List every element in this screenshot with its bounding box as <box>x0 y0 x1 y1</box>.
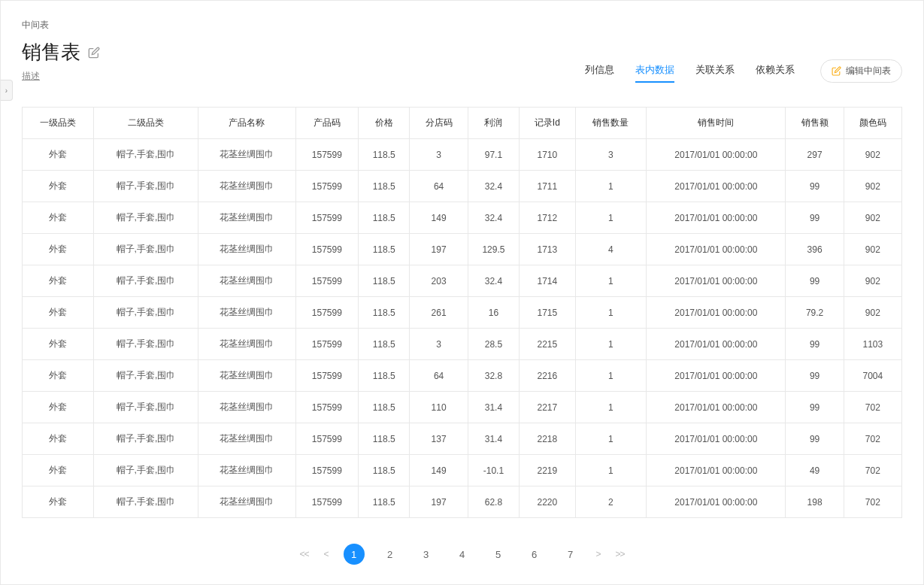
pagination-next[interactable]: > <box>596 549 601 559</box>
pagination-page[interactable]: 1 <box>344 544 365 565</box>
table-cell: 902 <box>844 171 901 202</box>
table-cell: 1712 <box>520 202 575 234</box>
table-row: 外套帽子,手套,围巾花茎丝绸围巾157599118.514932.4171212… <box>23 202 902 234</box>
table-cell: 157599 <box>295 297 358 329</box>
table-cell: 花茎丝绸围巾 <box>198 234 296 265</box>
table-cell: 902 <box>844 202 901 234</box>
table-cell: 157599 <box>295 329 358 360</box>
table-cell: 帽子,手套,围巾 <box>93 234 198 265</box>
table-cell: 64 <box>410 171 468 202</box>
table-row: 外套帽子,手套,围巾花茎丝绸围巾157599118.513731.4221812… <box>23 423 902 455</box>
pagination-first[interactable]: << <box>299 549 308 559</box>
pagination-page[interactable]: 5 <box>488 544 509 565</box>
table-cell: 99 <box>786 171 844 202</box>
table-cell: 4 <box>575 234 647 265</box>
table-cell: 31.4 <box>468 423 520 455</box>
table-cell: 花茎丝绸围巾 <box>198 392 296 423</box>
table-cell: 2220 <box>520 486 575 518</box>
tab-data[interactable]: 表内数据 <box>635 59 674 83</box>
edit-title-icon[interactable] <box>88 47 100 59</box>
table-cell: 99 <box>786 202 844 234</box>
table-cell: 外套 <box>23 423 94 455</box>
table-cell: 外套 <box>23 265 94 297</box>
table-cell: 3 <box>575 139 647 171</box>
table-cell: 2017/01/01 00:00:00 <box>647 392 786 423</box>
table-cell: 帽子,手套,围巾 <box>93 171 198 202</box>
table-cell: 2017/01/01 00:00:00 <box>647 171 786 202</box>
tab-relations[interactable]: 关联关系 <box>695 59 735 83</box>
table-cell: 2017/01/01 00:00:00 <box>647 455 786 486</box>
pagination-page[interactable]: 3 <box>416 544 437 565</box>
table-cell: 396 <box>786 234 844 265</box>
table-cell: 118.5 <box>358 423 410 455</box>
table-cell: 花茎丝绸围巾 <box>198 139 296 171</box>
column-header: 记录Id <box>520 108 575 139</box>
pagination-last[interactable]: >> <box>616 549 625 559</box>
pagination-prev[interactable]: < <box>323 549 328 559</box>
pagination-page[interactable]: 4 <box>452 544 473 565</box>
pagination-page[interactable]: 7 <box>560 544 581 565</box>
table-cell: 32.4 <box>468 171 520 202</box>
sidebar-collapse-toggle[interactable]: › <box>1 80 13 101</box>
table-cell: 902 <box>844 297 901 329</box>
table-cell: 帽子,手套,围巾 <box>93 455 198 486</box>
table-cell: 118.5 <box>358 392 410 423</box>
table-cell: 2017/01/01 00:00:00 <box>647 329 786 360</box>
table-cell: 2219 <box>520 455 575 486</box>
pagination-page[interactable]: 2 <box>380 544 401 565</box>
table-cell: 2017/01/01 00:00:00 <box>647 202 786 234</box>
table-cell: 702 <box>844 423 901 455</box>
column-header: 价格 <box>358 108 410 139</box>
table-cell: 7004 <box>844 360 901 392</box>
table-cell: 外套 <box>23 171 94 202</box>
column-header: 销售额 <box>786 108 844 139</box>
table-cell: 2017/01/01 00:00:00 <box>647 139 786 171</box>
table-cell: 1 <box>575 360 647 392</box>
table-cell: 118.5 <box>358 455 410 486</box>
table-cell: 花茎丝绸围巾 <box>198 171 296 202</box>
table-cell: 帽子,手套,围巾 <box>93 139 198 171</box>
table-cell: 297 <box>786 139 844 171</box>
table-cell: 702 <box>844 455 901 486</box>
table-cell: 97.1 <box>468 139 520 171</box>
table-row: 外套帽子,手套,围巾花茎丝绸围巾157599118.5149-10.122191… <box>23 455 902 486</box>
table-cell: 118.5 <box>358 171 410 202</box>
edit-table-button[interactable]: 编辑中间表 <box>820 59 902 83</box>
table-cell: 花茎丝绸围巾 <box>198 486 296 518</box>
column-header: 二级品类 <box>93 108 198 139</box>
table-cell: 1 <box>575 202 647 234</box>
table-cell: 帽子,手套,围巾 <box>93 423 198 455</box>
table-cell: 2218 <box>520 423 575 455</box>
table-cell: 帽子,手套,围巾 <box>93 486 198 518</box>
table-cell: 2017/01/01 00:00:00 <box>647 360 786 392</box>
table-cell: 129.5 <box>468 234 520 265</box>
tab-dependencies[interactable]: 依赖关系 <box>756 59 795 83</box>
table-cell: 外套 <box>23 392 94 423</box>
table-cell: 118.5 <box>358 202 410 234</box>
table-cell: 702 <box>844 392 901 423</box>
table-cell: 外套 <box>23 360 94 392</box>
table-cell: 32.8 <box>468 360 520 392</box>
table-cell: 157599 <box>295 234 358 265</box>
table-cell: 帽子,手套,围巾 <box>93 265 198 297</box>
tab-columns[interactable]: 列信息 <box>585 59 614 83</box>
table-cell: 28.5 <box>468 329 520 360</box>
table-cell: 2017/01/01 00:00:00 <box>647 265 786 297</box>
table-cell: 2017/01/01 00:00:00 <box>647 486 786 518</box>
table-cell: 118.5 <box>358 234 410 265</box>
table-cell: 3 <box>410 329 468 360</box>
table-cell: 149 <box>410 455 468 486</box>
table-cell: 花茎丝绸围巾 <box>198 423 296 455</box>
table-cell: 1 <box>575 265 647 297</box>
table-cell: 157599 <box>295 455 358 486</box>
table-cell: 1 <box>575 423 647 455</box>
pagination-page[interactable]: 6 <box>524 544 545 565</box>
table-cell: 79.2 <box>786 297 844 329</box>
table-cell: 157599 <box>295 360 358 392</box>
data-table: 一级品类二级品类产品名称产品码价格分店码利润记录Id销售数量销售时间销售额颜色码… <box>22 107 902 518</box>
table-cell: 2017/01/01 00:00:00 <box>647 297 786 329</box>
table-cell: 1711 <box>520 171 575 202</box>
table-cell: 1713 <box>520 234 575 265</box>
table-cell: 99 <box>786 329 844 360</box>
description-link[interactable]: 描述 <box>22 70 100 83</box>
